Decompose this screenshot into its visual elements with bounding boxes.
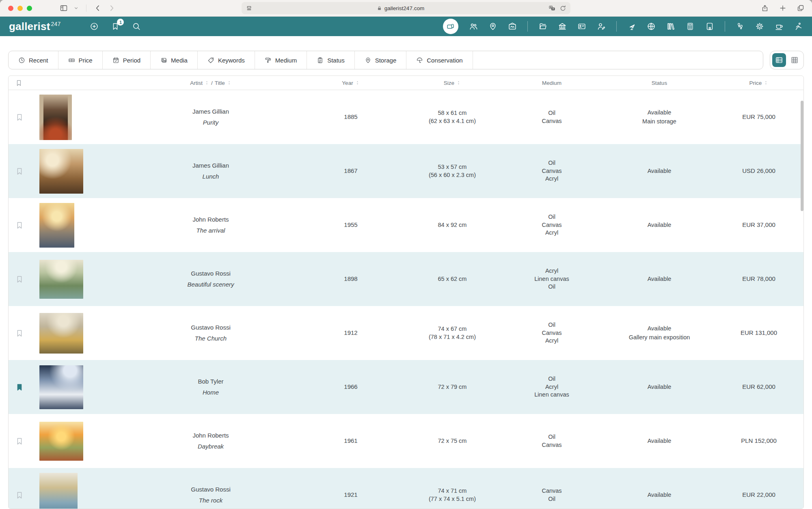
bookmarks-icon[interactable]: 1 — [111, 22, 120, 31]
filter-bar: RecentPricePeriodMediaKeywordsMediumStat… — [8, 51, 763, 69]
refresh-icon[interactable] — [559, 5, 566, 12]
artwork-thumbnail-church-in-golden-field[interactable] — [39, 313, 83, 354]
artwork-title: The Church — [195, 334, 227, 343]
search-icon[interactable] — [132, 22, 141, 31]
provenance-icon[interactable] — [736, 22, 745, 31]
sort-icon[interactable] — [205, 80, 209, 86]
paint-roller-icon — [265, 57, 272, 64]
traffic-lights — [8, 6, 32, 11]
documents-icon[interactable] — [538, 22, 547, 31]
artwork-row[interactable]: James GillianPurity188558 x 61 cm(62 x 6… — [9, 90, 803, 144]
artwork-title: Home — [203, 388, 219, 397]
filter-status[interactable]: Status — [307, 51, 355, 69]
mail-icon[interactable] — [508, 22, 517, 31]
ledger-icon[interactable] — [705, 22, 714, 31]
sort-icon[interactable] — [355, 80, 360, 86]
artwork-thumbnail-sea-cliff[interactable] — [39, 473, 78, 509]
sidebar-chevron-down-icon[interactable] — [73, 4, 79, 12]
back-button[interactable] — [94, 4, 102, 12]
sort-icon[interactable] — [456, 80, 461, 86]
column-year[interactable]: Year — [296, 80, 406, 86]
row-bookmark-toggle[interactable] — [15, 167, 24, 176]
artwork-row[interactable]: Gustavo RossiThe rock192174 x 71 cm(77 x… — [9, 468, 803, 509]
artwork-thumbnail-portrait-woman-in-doorway[interactable] — [39, 95, 72, 140]
artwork-row[interactable]: John RobertsThe arrival195584 x 92 cmOil… — [9, 198, 803, 252]
new-tab-icon[interactable] — [779, 4, 787, 12]
artwork-thumbnail-ship-at-sunset-harbor[interactable] — [39, 203, 74, 248]
contacts-icon[interactable] — [469, 22, 478, 31]
translate-icon[interactable] — [549, 5, 555, 12]
artwork-row[interactable]: James GillianLunch186753 x 57 cm(56 x 60… — [9, 144, 803, 198]
filter-storage[interactable]: Storage — [355, 51, 407, 69]
sort-icon[interactable] — [764, 80, 768, 86]
sidebar-toggle-icon[interactable] — [60, 4, 68, 12]
locations-icon[interactable] — [488, 22, 497, 31]
scrollbar-thumb[interactable] — [801, 101, 803, 211]
row-bookmark-toggle[interactable] — [15, 275, 24, 284]
filter-medium[interactable]: Medium — [255, 51, 307, 69]
filter-label: Medium — [275, 57, 297, 64]
row-bookmark-toggle[interactable] — [15, 329, 24, 338]
artwork-thumbnail-sunrise-flower-meadow[interactable] — [39, 422, 83, 461]
filter-keywords[interactable]: Keywords — [198, 51, 255, 69]
cell-status: Available — [605, 167, 714, 176]
library-icon[interactable] — [666, 22, 675, 31]
business-cards-icon[interactable] — [577, 22, 586, 31]
artist-name: Bob Tyler — [198, 377, 223, 386]
settings-icon[interactable] — [755, 22, 764, 31]
grid-view-button[interactable] — [788, 53, 801, 67]
row-bookmark-toggle[interactable] — [15, 221, 24, 230]
cell-artist-title: Gustavo RossiBeautiful scenery — [125, 270, 296, 289]
artwork-title: Purity — [203, 119, 218, 127]
artwork-thumbnail-snowy-village-night-mountain[interactable] — [39, 365, 83, 409]
column-size[interactable]: Size — [406, 80, 499, 86]
sort-icon[interactable] — [227, 80, 231, 86]
filter-conservation[interactable]: Conservation — [406, 51, 473, 69]
browser-titlebar: gallerist247.com — [0, 0, 812, 17]
column-artist-title[interactable]: Artist / Title — [125, 80, 296, 86]
toolbar-divider — [86, 4, 86, 12]
add-artwork-icon[interactable] — [90, 22, 99, 31]
row-bookmark-toggle[interactable] — [15, 383, 24, 392]
umbrella-icon — [416, 57, 423, 64]
filter-recent[interactable]: Recent — [9, 51, 58, 69]
nav-active-item-artworks[interactable] — [443, 19, 458, 34]
cell-price: USD 26,000 — [714, 167, 803, 175]
artworks-icon[interactable] — [446, 22, 455, 31]
client-edit-icon[interactable] — [597, 22, 606, 31]
logout-icon[interactable] — [794, 22, 803, 31]
row-bookmark-toggle[interactable] — [15, 437, 24, 446]
row-bookmark-toggle[interactable] — [15, 113, 24, 122]
tab-overview-icon[interactable] — [797, 4, 805, 12]
close-window-button[interactable] — [8, 6, 13, 11]
institutions-icon[interactable] — [558, 22, 567, 31]
artwork-row[interactable]: Gustavo RossiThe Church191274 x 67 cm(78… — [9, 306, 803, 360]
list-view-button[interactable] — [772, 53, 786, 67]
cell-year: 1961 — [296, 437, 406, 445]
web-icon[interactable] — [647, 22, 656, 31]
forward-button[interactable] — [108, 4, 116, 12]
artist-name: James Gillian — [192, 162, 229, 170]
cell-price: EUR 62,000 — [714, 383, 803, 391]
filter-media[interactable]: Media — [151, 51, 198, 69]
address-bar[interactable]: gallerist247.com — [242, 2, 570, 14]
artwork-thumbnail-cafe-interior-scene[interactable] — [39, 149, 83, 194]
artwork-row[interactable]: Gustavo RossiBeautiful scenery189865 x 6… — [9, 252, 803, 306]
column-price[interactable]: Price — [714, 80, 803, 86]
row-bookmark-toggle[interactable] — [15, 491, 24, 500]
cell-medium: OilCanvas — [499, 109, 605, 125]
app-logo[interactable]: gallerist247 — [9, 20, 60, 33]
artwork-row[interactable]: Bob TylerHome196672 x 79 cmOilAcrylLinen… — [9, 360, 803, 414]
filter-price[interactable]: Price — [58, 51, 103, 69]
share-icon[interactable] — [761, 4, 769, 12]
artwork-thumbnail-lake-landscape-with-trees[interactable] — [39, 260, 83, 299]
promotion-icon[interactable] — [627, 22, 636, 31]
break-icon[interactable] — [775, 22, 784, 31]
filter-period[interactable]: Period — [103, 51, 151, 69]
artist-name: James Gillian — [192, 108, 229, 116]
reader-view-icon[interactable] — [246, 5, 253, 12]
zoom-window-button[interactable] — [27, 6, 32, 11]
accounting-icon[interactable] — [686, 22, 695, 31]
artwork-row[interactable]: John RobertsDaybreak196172 x 75 cmOilCan… — [9, 414, 803, 468]
minimize-window-button[interactable] — [17, 6, 23, 11]
